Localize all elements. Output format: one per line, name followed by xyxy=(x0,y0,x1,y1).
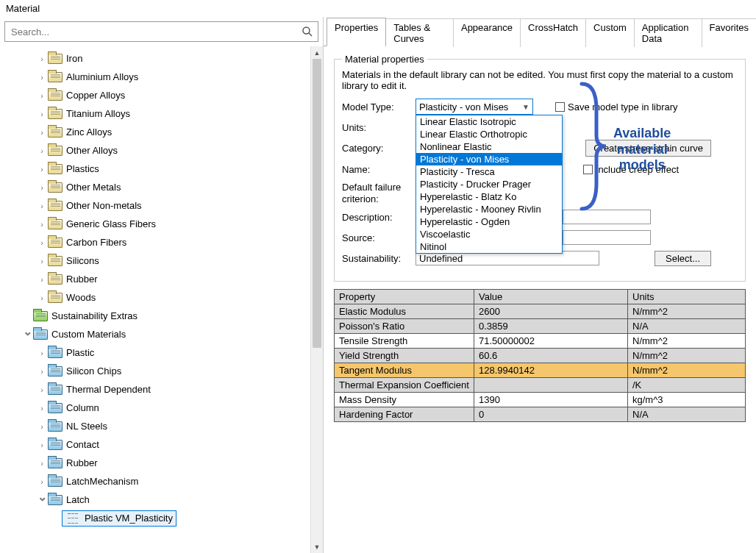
chevron-down-icon[interactable]: ⌄ xyxy=(37,493,47,501)
table-header[interactable]: Units xyxy=(628,290,746,304)
value-cell[interactable]: 0 xyxy=(474,407,628,422)
value-cell[interactable]: 0.3859 xyxy=(474,319,628,334)
tree-scrollbar[interactable]: ▲ ▼ xyxy=(310,46,323,553)
tree-item[interactable]: ›Plastics xyxy=(22,160,310,178)
chevron-right-icon[interactable]: › xyxy=(37,73,47,82)
description-input[interactable] xyxy=(563,210,651,224)
chevron-right-icon[interactable]: › xyxy=(37,165,47,174)
tab-tables-curves[interactable]: Tables & Curves xyxy=(385,18,454,47)
dropdown-item[interactable]: Plasticity - Tresca xyxy=(416,165,562,178)
tree-item[interactable]: ›Sustainability Extras xyxy=(22,307,310,325)
tree-item[interactable]: ›Column xyxy=(22,399,310,417)
tree-item[interactable]: ›Contact xyxy=(22,435,310,454)
table-row[interactable]: Thermal Expansion Coefficient/K xyxy=(335,378,746,393)
value-cell[interactable]: 128.9940142 xyxy=(474,363,628,378)
tab-appearance[interactable]: Appearance xyxy=(453,18,521,47)
checkbox-icon[interactable] xyxy=(583,165,593,174)
table-row[interactable]: Tensile Strength71.50000002N/mm^2 xyxy=(335,334,746,349)
material-tree[interactable]: ›Iron›Aluminium Alloys›Copper Alloys›Tit… xyxy=(0,46,310,553)
table-row[interactable]: Mass Density1390kg/m^3 xyxy=(335,393,746,407)
dropdown-item[interactable]: Nitinol xyxy=(416,240,562,253)
value-cell[interactable] xyxy=(474,378,628,393)
tree-item[interactable]: ⌄Custom Materials xyxy=(22,325,310,343)
table-row[interactable]: Hardening Factor0N/A xyxy=(335,407,746,422)
tree-item[interactable]: ›Other Alloys xyxy=(22,141,310,160)
tab-custom[interactable]: Custom xyxy=(585,18,635,47)
chevron-right-icon[interactable]: › xyxy=(37,440,47,449)
tree-item[interactable]: ›Plastic xyxy=(22,343,310,362)
tab-crosshatch[interactable]: CrossHatch xyxy=(520,18,586,47)
table-row[interactable]: Poisson's Ratio0.3859N/A xyxy=(335,319,746,334)
table-row[interactable]: Elastic Modulus2600N/mm^2 xyxy=(335,304,746,319)
select-button[interactable]: Select... xyxy=(655,251,711,266)
value-cell[interactable]: 1390 xyxy=(474,393,628,407)
tree-item[interactable]: ›Woods xyxy=(22,288,310,307)
source-input[interactable] xyxy=(563,230,651,245)
dropdown-item[interactable]: Hyperelastic - Mooney Rivlin xyxy=(416,203,562,215)
tree-item[interactable]: ›Silicons xyxy=(22,251,310,270)
scroll-thumb[interactable] xyxy=(313,59,321,348)
properties-table[interactable]: PropertyValueUnits Elastic Modulus2600N/… xyxy=(334,289,746,422)
chevron-right-icon[interactable]: › xyxy=(37,128,47,137)
chevron-right-icon[interactable]: › xyxy=(37,293,47,302)
value-cell[interactable]: 60.6 xyxy=(474,349,628,363)
chevron-right-icon[interactable]: › xyxy=(37,146,47,155)
tree-item[interactable]: ›Rubber xyxy=(22,270,310,288)
chevron-right-icon[interactable]: › xyxy=(37,91,47,100)
tree-item[interactable]: ›Rubber xyxy=(22,454,310,472)
tree-item[interactable]: ›Iron xyxy=(22,49,310,68)
tree-item[interactable]: ›Plastic VM_Plasticity xyxy=(22,509,310,527)
chevron-right-icon[interactable]: › xyxy=(37,404,47,413)
include-creep-checkbox[interactable]: Include creep effect xyxy=(583,164,679,175)
chevron-right-icon[interactable]: › xyxy=(37,201,47,210)
model-type-dropdown[interactable]: Linear Elastic IsotropicLinear Elastic O… xyxy=(416,115,563,254)
chevron-right-icon[interactable]: › xyxy=(37,349,47,357)
tree-item[interactable]: ›Copper Alloys xyxy=(22,86,310,104)
chevron-right-icon[interactable]: › xyxy=(37,257,47,265)
chevron-right-icon[interactable]: › xyxy=(37,477,47,486)
checkbox-icon[interactable] xyxy=(555,102,565,112)
scroll-down-icon[interactable]: ▼ xyxy=(311,540,323,553)
table-row[interactable]: Tangent Modulus128.9940142N/mm^2 xyxy=(335,363,746,378)
chevron-right-icon[interactable]: › xyxy=(37,459,47,468)
value-cell[interactable]: 2600 xyxy=(474,304,628,319)
chevron-down-icon[interactable]: ⌄ xyxy=(22,328,32,335)
tree-item[interactable]: ›Other Non-metals xyxy=(22,196,310,215)
dropdown-item[interactable]: Nonlinear Elastic xyxy=(416,140,562,153)
tree-item[interactable]: ›Thermal Dependent xyxy=(22,380,310,399)
dropdown-item[interactable]: Linear Elastic Isotropic xyxy=(416,115,562,128)
chevron-right-icon[interactable]: › xyxy=(37,275,47,284)
search-input[interactable] xyxy=(4,21,318,42)
table-header[interactable]: Property xyxy=(335,290,474,304)
chevron-right-icon[interactable]: › xyxy=(37,54,47,63)
table-row[interactable]: Yield Strength60.6N/mm^2 xyxy=(335,349,746,363)
tree-item[interactable]: ›Carbon Fibers xyxy=(22,233,310,251)
create-curve-button[interactable]: Create stress-strain curve xyxy=(585,140,711,157)
dropdown-item[interactable]: Viscoelastic xyxy=(416,228,562,240)
chevron-right-icon[interactable]: › xyxy=(37,367,47,376)
dropdown-item[interactable]: Plasticity - Drucker Prager xyxy=(416,178,562,190)
tree-item[interactable]: ›Titanium Alloys xyxy=(22,104,310,123)
search-field[interactable] xyxy=(10,26,302,38)
tree-item[interactable]: ›Silicon Chips xyxy=(22,362,310,380)
tree-item[interactable]: ›Aluminium Alloys xyxy=(22,68,310,86)
tree-item[interactable]: ⌄Latch xyxy=(22,490,310,509)
dropdown-item[interactable]: Linear Elastic Orthotropic xyxy=(416,128,562,140)
value-cell[interactable]: 71.50000002 xyxy=(474,334,628,349)
chevron-right-icon[interactable]: › xyxy=(37,110,47,118)
chevron-right-icon[interactable]: › xyxy=(37,220,47,229)
tab-properties[interactable]: Properties xyxy=(327,18,386,46)
chevron-right-icon[interactable]: › xyxy=(37,183,47,192)
chevron-right-icon[interactable]: › xyxy=(37,422,47,431)
chevron-right-icon[interactable]: › xyxy=(37,238,47,247)
scroll-up-icon[interactable]: ▲ xyxy=(311,46,323,59)
model-type-combo[interactable]: Plasticity - von Mises ▼ Linear Elastic … xyxy=(416,99,533,115)
tree-item[interactable]: ›Other Metals xyxy=(22,178,310,196)
save-model-checkbox[interactable]: Save model type in library xyxy=(555,101,678,113)
tree-item[interactable]: ›Zinc Alloys xyxy=(22,123,310,141)
tree-item[interactable]: ›Generic Glass Fibers xyxy=(22,215,310,233)
tree-item[interactable]: ›NL Steels xyxy=(22,417,310,435)
tab-application-data[interactable]: Application Data xyxy=(634,18,702,47)
dropdown-item[interactable]: Plasticity - von Mises xyxy=(416,153,562,165)
chevron-right-icon[interactable]: › xyxy=(37,385,47,394)
